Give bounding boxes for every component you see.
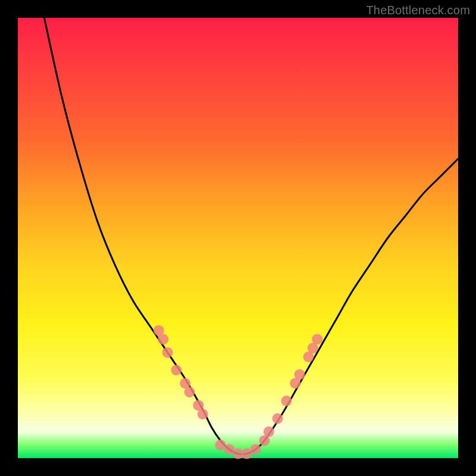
- plot-area: [18, 18, 458, 458]
- marker-dot: [273, 413, 283, 424]
- highlighted-points: [154, 325, 322, 459]
- marker-dot: [250, 444, 261, 455]
- chart-frame: TheBottleneck.com: [0, 0, 476, 476]
- marker-dot: [158, 334, 168, 345]
- marker-dot: [198, 409, 208, 419]
- bottleneck-curve: [44, 18, 458, 455]
- marker-dot: [295, 369, 305, 380]
- marker-dot: [264, 427, 274, 437]
- marker-dot: [171, 365, 181, 375]
- marker-dot: [184, 387, 195, 397]
- marker-dot: [162, 347, 173, 358]
- marker-dot: [281, 396, 292, 406]
- watermark-label: TheBottleneck.com: [366, 4, 470, 17]
- marker-dot: [312, 334, 322, 345]
- chart-svg: [18, 18, 458, 458]
